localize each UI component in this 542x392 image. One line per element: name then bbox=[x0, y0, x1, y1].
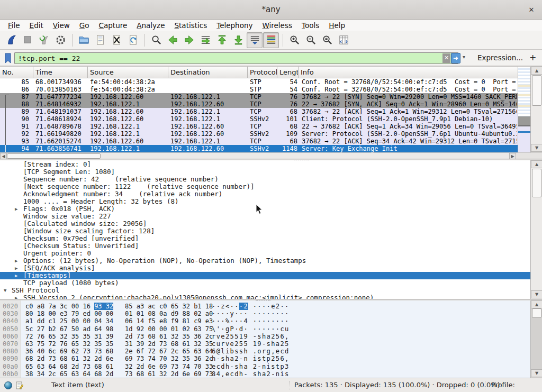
stop-capture-icon[interactable] bbox=[20, 32, 35, 48]
detail-line[interactable]: [TCP Segment Len: 1080] bbox=[0, 168, 530, 176]
hex-ascii[interactable]: rve25519 -sha256, bbox=[212, 333, 290, 340]
hex-bytes[interactable]: 72 76 65 32 35 35 31 39 bbox=[25, 333, 113, 340]
scroll-up-icon[interactable]: ▲ bbox=[531, 160, 542, 168]
filter-clear-icon[interactable]: ✕ bbox=[442, 53, 450, 63]
hex-row-0060[interactable]: 006072 76 65 32 35 35 31 392d 73 68 61 3… bbox=[0, 333, 530, 340]
detail-line[interactable]: 1000 .... = Header Length: 32 bytes (8) bbox=[0, 198, 530, 205]
column-header-destination[interactable]: Destination bbox=[168, 67, 248, 78]
scroll-down-icon[interactable]: ▼ bbox=[531, 290, 542, 298]
close-icon[interactable]: ✕ bbox=[526, 5, 537, 15]
hex-bytes[interactable]: 5c 27 b2 67 50 ad 64 98 bbox=[25, 325, 113, 333]
auto-scroll-icon[interactable] bbox=[247, 32, 263, 48]
expander-closed-icon[interactable]: ▶ bbox=[15, 272, 17, 279]
hex-row-0030[interactable]: 003080 18 00 e3 79 ed 00 0001 01 08 0a d… bbox=[0, 310, 530, 317]
menu-item-analyze[interactable]: Analyze bbox=[132, 20, 169, 31]
go-to-packet-icon[interactable] bbox=[197, 32, 213, 48]
detail-line[interactable]: Urgent pointer: 0 bbox=[0, 250, 530, 257]
column-header-source[interactable]: Source bbox=[88, 67, 168, 78]
hex-row-00a0[interactable]: 00a065 63 64 68 2d 73 68 6132 2d 6e 69 7… bbox=[0, 363, 530, 370]
menu-item-help[interactable]: Help bbox=[324, 20, 350, 31]
scrollbar-thumb[interactable] bbox=[532, 308, 541, 318]
scrollbar-thumb[interactable] bbox=[532, 75, 541, 106]
hex-bytes[interactable]: 2d 73 68 61 32 35 36 2c bbox=[125, 333, 213, 340]
detail-line[interactable]: [Checksum Status: Unverified] bbox=[0, 242, 530, 250]
find-packet-icon[interactable] bbox=[148, 32, 164, 48]
display-filter-input[interactable] bbox=[14, 52, 458, 64]
hex-ascii[interactable]: ···%···4 ········ bbox=[212, 317, 290, 325]
expert-info-icon[interactable] bbox=[4, 381, 12, 389]
column-header-time[interactable]: Time bbox=[33, 67, 88, 78]
detail-line[interactable]: [Stream index: 0] bbox=[0, 161, 530, 168]
hex-bytes[interactable]: 1d 92 00 00 01 02 63 75 bbox=[125, 325, 213, 333]
hex-scrollbar[interactable]: ▲ ▼ bbox=[530, 300, 542, 378]
menu-item-statistics[interactable]: Statistics bbox=[169, 20, 212, 31]
go-first-icon[interactable] bbox=[214, 32, 230, 48]
profile-text[interactable]: Profile: Default bbox=[491, 378, 542, 392]
hex-ascii[interactable]: 84,ecdh- sha2-nis bbox=[212, 370, 290, 378]
packet-list-scrollbar[interactable]: ▲ ▼ bbox=[530, 67, 542, 152]
scroll-up-icon[interactable]: ▲ bbox=[531, 67, 542, 75]
scrollbar-thumb[interactable] bbox=[7, 153, 101, 159]
expander-closed-icon[interactable]: ▶ bbox=[15, 294, 17, 299]
start-capture-icon[interactable] bbox=[3, 32, 19, 48]
detail-line[interactable]: Sequence number: 42 (relative sequence n… bbox=[0, 176, 530, 183]
detail-line[interactable]: ▶[SEQ/ACK analysis] bbox=[0, 265, 530, 272]
packet-row-92[interactable]: 9271.661949820192.168.122.1192.168.122.6… bbox=[0, 130, 518, 138]
menu-item-capture[interactable]: Capture bbox=[94, 20, 132, 31]
go-last-icon[interactable] bbox=[230, 32, 246, 48]
hex-ascii[interactable]: \'·gP·d· ······cu bbox=[212, 325, 290, 333]
packet-row-88[interactable]: 8871.648146932192.168.122.1192.168.122.6… bbox=[0, 101, 518, 108]
hex-row-0090[interactable]: 009068 2d 73 68 61 32 2d 6e69 73 74 70 3… bbox=[0, 355, 530, 362]
hex-bytes[interactable]: 69 73 74 70 32 35 36 2c bbox=[125, 355, 213, 362]
filter-dropdown-caret-icon[interactable]: ▾ bbox=[463, 54, 465, 60]
expander-closed-icon[interactable]: ▶ bbox=[15, 205, 17, 213]
zoom-out-icon[interactable] bbox=[303, 32, 319, 48]
packet-row-94[interactable]: 9471.663856741192.168.122.1192.168.122.6… bbox=[0, 145, 518, 152]
hex-ascii[interactable]: ··z<···2 ····e2·· bbox=[212, 303, 290, 310]
detail-line[interactable]: Acknowledgment number: 34 (relative ack … bbox=[0, 190, 530, 198]
menu-item-go[interactable]: Go bbox=[75, 20, 94, 31]
hex-bytes[interactable]: 32 2d 6e 69 73 74 70 33 bbox=[125, 363, 213, 370]
expander-closed-icon[interactable]: ▶ bbox=[15, 265, 17, 272]
colorize-icon[interactable] bbox=[263, 32, 279, 48]
hex-bytes[interactable]: 73 68 61 32 2d 6e 69 73 bbox=[125, 370, 213, 378]
go-back-icon[interactable] bbox=[165, 32, 180, 48]
hex-bytes[interactable]: 36 40 6c 69 62 73 73 68 bbox=[25, 348, 113, 355]
column-header-protocol[interactable]: Protocol bbox=[248, 67, 277, 78]
hex-row-0050[interactable]: 00505c 27 b2 67 50 ad 64 981d 92 00 00 0… bbox=[0, 325, 530, 333]
restart-capture-icon[interactable] bbox=[36, 32, 52, 48]
packet-row-89[interactable]: 8971.648191037192.168.122.60192.168.122.… bbox=[0, 108, 518, 115]
bookmark-icon[interactable] bbox=[3, 52, 13, 64]
scroll-down-icon[interactable]: ▼ bbox=[531, 144, 542, 152]
column-header-length[interactable]: Length bbox=[277, 67, 299, 78]
detail-line[interactable]: ▶SSH Version 2 (encryption:chacha20-poly… bbox=[0, 294, 530, 299]
scrollbar-thumb[interactable] bbox=[532, 169, 541, 197]
reload-file-icon[interactable] bbox=[125, 32, 141, 48]
hex-ascii[interactable]: ····y··· ········ bbox=[212, 310, 290, 317]
menu-item-tools[interactable]: Tools bbox=[297, 20, 324, 31]
packet-row-87[interactable]: 8771.647777234192.168.122.60192.168.122.… bbox=[0, 93, 518, 101]
hex-row-0020[interactable]: 0020c0 a8 7a 3c 00 16 93 3285 a3 ac c0 6… bbox=[0, 303, 530, 310]
hex-ascii[interactable]: ecdh-sha 2-nistp3 bbox=[212, 363, 290, 370]
detail-line[interactable]: Checksum: 0x79ed [unverified] bbox=[0, 235, 530, 242]
open-file-icon[interactable] bbox=[76, 32, 92, 48]
hex-bytes[interactable]: 38 34 2c 65 63 64 68 2d bbox=[25, 370, 113, 378]
packet-row-93[interactable]: 9371.662015274192.168.122.60192.168.122.… bbox=[0, 138, 518, 145]
detail-line[interactable]: Window size value: 227 bbox=[0, 213, 530, 220]
close-file-icon[interactable] bbox=[109, 32, 124, 48]
hex-bytes[interactable]: 63 75 72 76 65 32 35 35 bbox=[25, 340, 113, 348]
hex-row-0040[interactable]: 0040a1 dd c1 25 00 00 04 3406 14 f5 e8 f… bbox=[0, 317, 530, 325]
go-forward-icon[interactable] bbox=[181, 32, 197, 48]
hex-bytes[interactable]: 06 14 f5 e8 f9 81 c9 e3 bbox=[125, 317, 213, 325]
details-scrollbar[interactable]: ▲ ▼ bbox=[530, 160, 542, 299]
detail-line[interactable]: ▶Flags: 0x018 (PSH, ACK) bbox=[0, 205, 530, 213]
hex-row-0080[interactable]: 008036 40 6c 69 62 73 73 682e 6f 72 67 2… bbox=[0, 348, 530, 355]
save-file-icon[interactable] bbox=[92, 32, 108, 48]
expression-button[interactable]: Expression... bbox=[477, 50, 523, 66]
column-header-info[interactable]: Info bbox=[299, 67, 518, 78]
zoom-original-icon[interactable] bbox=[319, 32, 335, 48]
hex-bytes[interactable]: 31 39 2d 73 68 61 32 35 bbox=[125, 340, 213, 348]
expander-open-icon[interactable]: ▼ bbox=[4, 287, 6, 294]
scroll-down-icon[interactable]: ▼ bbox=[531, 369, 542, 377]
hex-bytes[interactable]: 65 63 64 68 2d 73 68 61 bbox=[25, 363, 113, 370]
